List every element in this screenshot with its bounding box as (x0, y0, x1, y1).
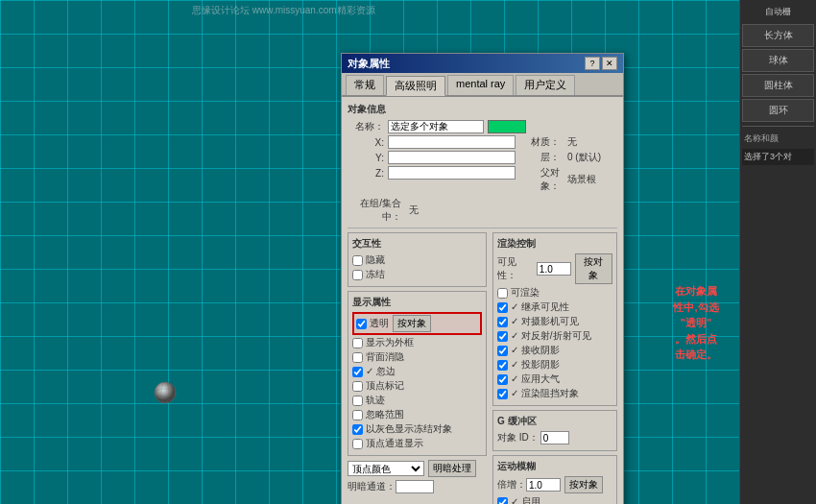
trajectory-label: 轨迹 (366, 394, 385, 407)
section-object-info: 对象信息 (348, 103, 617, 116)
ignoredextents-checkbox[interactable] (352, 410, 363, 420)
btn-cylinder[interactable]: 圆柱体 (742, 74, 814, 97)
hide-checkbox[interactable] (352, 255, 363, 266)
shade-input[interactable] (396, 480, 434, 493)
help-button[interactable]: ? (585, 57, 600, 70)
color-swatch[interactable] (488, 120, 526, 133)
castshadows-label: ✓ 投影阴影 (511, 358, 560, 372)
renderoccluded-checkbox[interactable] (497, 389, 508, 399)
close-button[interactable]: ✕ (602, 57, 617, 70)
render-control-title: 渲染控制 (497, 237, 612, 251)
showfrozengray-row: 以灰色显示冻结对象 (352, 422, 482, 436)
size-y-row: Y: (348, 151, 516, 164)
btn-torus[interactable]: 圆环 (742, 99, 814, 122)
applyatmos-row: ✓ 应用大气 (497, 372, 612, 386)
motion-pick-btn[interactable]: 按对象 (564, 476, 603, 493)
vertex-channel-select[interactable]: 顶点颜色 (348, 461, 424, 476)
neverdegrade-checkbox[interactable] (352, 439, 363, 449)
freeze-checkbox[interactable] (352, 270, 363, 280)
neverdegrade-label: 顶点通道显示 (366, 437, 423, 450)
interactivity-title: 交互性 (352, 237, 482, 251)
motionblur-checkbox[interactable] (497, 497, 508, 505)
displayasbox-row: 显示为外框 (352, 336, 482, 349)
motionblur-enabled-label: ✓ 启用 (511, 495, 540, 504)
motionblur-enabled-row: ✓ 启用 (497, 495, 612, 504)
castshadows-checkbox[interactable] (497, 360, 508, 371)
svg-point-0 (155, 382, 176, 403)
tab-general[interactable]: 常规 (346, 75, 384, 95)
displayasbox-label: 显示为外框 (366, 336, 414, 349)
backface-checkbox[interactable] (352, 352, 363, 363)
name-label: 名称： (348, 120, 388, 133)
edges-label: ✓ 忽边 (366, 365, 396, 378)
freeze-row: 冻结 (352, 268, 482, 281)
group-value: 无 (405, 204, 422, 217)
group-label: 在组/集合中： (348, 197, 405, 224)
selected-info: 选择了3个对 (742, 149, 814, 165)
motionblur-title: 运动模糊 (497, 460, 612, 473)
layer-row: 层： 0 (默认) (523, 151, 617, 164)
vistoreflect-label: ✓ 对反射/折射可见 (511, 329, 591, 343)
visibility-pick-btn[interactable]: 按对象 (575, 253, 612, 284)
y-input[interactable] (388, 151, 516, 164)
btn-box[interactable]: 长方体 (742, 24, 814, 47)
vistoreflect-checkbox[interactable] (497, 331, 508, 342)
multiplier-input[interactable] (526, 478, 561, 492)
gbuffer-box: G 缓冲区 对象 ID： (492, 410, 617, 451)
btn-sphere[interactable]: 球体 (742, 49, 814, 72)
x-label: X: (348, 137, 388, 148)
dialog-tabs: 常规 高级照明 mental ray 用户定义 (342, 73, 623, 97)
seethrough-checkbox[interactable] (356, 319, 367, 329)
tab-advanced-lighting[interactable]: 高级照明 (386, 76, 445, 96)
trajectory-checkbox[interactable] (352, 396, 363, 406)
edges-checkbox[interactable] (352, 367, 363, 377)
tab-mental-ray[interactable]: mental ray (447, 75, 514, 95)
renderable-row: 可渲染 (497, 286, 612, 300)
multiplier-label: 倍增： (497, 478, 526, 492)
name-input[interactable] (388, 120, 484, 133)
visibility-input[interactable] (537, 262, 571, 276)
inheritvis-checkbox[interactable] (497, 302, 508, 313)
seethrough-row: 透明 按对象 (352, 312, 482, 335)
sphere-object[interactable] (152, 379, 179, 406)
seethrough-pick-btn[interactable]: 按对象 (393, 315, 431, 332)
displayasbox-checkbox[interactable] (352, 338, 363, 348)
vertexticks-row: 顶点标记 (352, 379, 482, 393)
visibility-label: 可见性： (497, 255, 535, 282)
ignoredextents-row: 忽略范围 (352, 408, 482, 421)
group-row: 在组/集合中： 无 (348, 197, 617, 224)
vistocam-checkbox[interactable] (497, 317, 508, 327)
x-input[interactable] (388, 135, 516, 149)
ignoredextents-label: 忽略范围 (366, 408, 404, 421)
tab-user-defined[interactable]: 用户定义 (516, 75, 575, 95)
display-props-box: 显示属性 透明 按对象 显示为外框 背面消隐 (348, 291, 487, 456)
applyatmos-checkbox[interactable] (497, 374, 508, 385)
z-label: Z: (348, 168, 388, 179)
hide-row: 隐藏 (352, 253, 482, 267)
backface-row: 背面消隐 (352, 350, 482, 364)
layer-value: 0 (默认) (564, 151, 605, 164)
object-properties-dialog: 对象属性 ? ✕ 常规 高级照明 mental ray 用户定义 对象信息 名称… (341, 53, 624, 504)
backface-label: 背面消隐 (366, 350, 404, 364)
multiplier-row: 倍增： 按对象 (497, 476, 612, 493)
vertexticks-checkbox[interactable] (352, 381, 363, 392)
trajectory-row: 轨迹 (352, 394, 482, 407)
objectid-row: 对象 ID： (497, 431, 612, 444)
objectid-input[interactable] (540, 431, 569, 444)
name-row: 名称： (348, 120, 617, 133)
section-label: 名称和颜 (742, 126, 814, 147)
renderable-label: 可渲染 (511, 286, 540, 300)
display-props-title: 显示属性 (352, 296, 482, 309)
renderable-checkbox[interactable] (497, 288, 508, 299)
vistocam-label: ✓ 对摄影机可见 (511, 315, 579, 328)
brighten-btn[interactable]: 明暗处理 (428, 460, 476, 477)
objectid-label: 对象 ID： (497, 431, 539, 444)
parent-row: 父对象： 场景根 (523, 166, 617, 193)
renderoccluded-label: ✓ 渲染阻挡对象 (511, 387, 579, 400)
size-z-row: Z: (348, 166, 516, 180)
z-input[interactable] (388, 166, 516, 180)
mat-value: 无 (564, 135, 581, 149)
showfrozengray-checkbox[interactable] (352, 424, 363, 435)
receiveshadows-checkbox[interactable] (497, 346, 508, 356)
receiveshadows-label: ✓ 接收阴影 (511, 344, 560, 357)
